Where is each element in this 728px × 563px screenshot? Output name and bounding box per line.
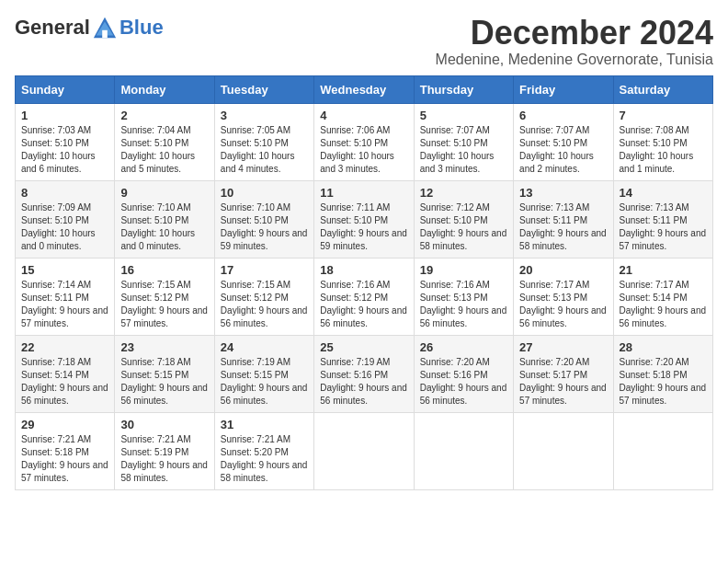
calendar-cell: 20Sunrise: 7:17 AMSunset: 5:13 PMDayligh… [514, 258, 613, 335]
cell-text: Sunrise: 7:07 AMSunset: 5:10 PMDaylight:… [519, 124, 607, 176]
logo-general: General [15, 17, 90, 38]
cell-text: Sunrise: 7:21 AMSunset: 5:20 PMDaylight:… [221, 433, 308, 485]
day-number: 6 [519, 109, 607, 122]
cell-text: Sunrise: 7:12 AMSunset: 5:10 PMDaylight:… [420, 201, 507, 253]
calendar-cell: 18Sunrise: 7:16 AMSunset: 5:12 PMDayligh… [314, 258, 414, 335]
calendar-cell: 17Sunrise: 7:15 AMSunset: 5:12 PMDayligh… [214, 258, 313, 335]
calendar-cell: 23Sunrise: 7:18 AMSunset: 5:15 PMDayligh… [115, 335, 214, 412]
day-number: 30 [120, 418, 208, 431]
month-title: December 2024 [436, 15, 713, 52]
cell-text: Sunrise: 7:14 AMSunset: 5:11 PMDaylight:… [21, 279, 108, 330]
calendar-cell: 28Sunrise: 7:20 AMSunset: 5:18 PMDayligh… [613, 335, 712, 412]
calendar-cell: 27Sunrise: 7:20 AMSunset: 5:17 PMDayligh… [514, 335, 613, 412]
cell-text: Sunrise: 7:20 AMSunset: 5:18 PMDaylight:… [620, 356, 707, 408]
cell-text: Sunrise: 7:21 AMSunset: 5:18 PMDaylight:… [21, 433, 108, 485]
day-number: 14 [620, 186, 707, 200]
calendar-cell: 6Sunrise: 7:07 AMSunset: 5:10 PMDaylight… [514, 103, 613, 180]
day-number: 24 [221, 340, 308, 354]
logo: General Blue [15, 15, 164, 40]
calendar-cell [314, 412, 414, 489]
weekday-header-row: SundayMondayTuesdayWednesdayThursdayFrid… [16, 75, 713, 103]
calendar-cell: 31Sunrise: 7:21 AMSunset: 5:20 PMDayligh… [214, 412, 313, 489]
weekday-header-wednesday: Wednesday [314, 75, 414, 103]
cell-text: Sunrise: 7:15 AMSunset: 5:12 PMDaylight:… [120, 279, 208, 330]
day-number: 7 [620, 109, 707, 122]
day-number: 8 [21, 186, 108, 200]
day-number: 25 [320, 340, 407, 354]
cell-text: Sunrise: 7:04 AMSunset: 5:10 PMDaylight:… [120, 124, 208, 176]
day-number: 13 [519, 186, 607, 200]
day-number: 9 [120, 186, 208, 200]
page-header: General Blue December 2024 Medenine, Med… [15, 15, 713, 68]
calendar-cell: 8Sunrise: 7:09 AMSunset: 5:10 PMDaylight… [16, 180, 115, 258]
calendar-cell: 13Sunrise: 7:13 AMSunset: 5:11 PMDayligh… [514, 180, 613, 258]
calendar-cell: 16Sunrise: 7:15 AMSunset: 5:12 PMDayligh… [115, 258, 214, 335]
calendar-cell: 7Sunrise: 7:08 AMSunset: 5:10 PMDaylight… [613, 103, 712, 180]
calendar-cell: 11Sunrise: 7:11 AMSunset: 5:10 PMDayligh… [314, 180, 414, 258]
day-number: 22 [21, 340, 108, 354]
logo-blue: Blue [119, 17, 164, 38]
calendar-cell: 26Sunrise: 7:20 AMSunset: 5:16 PMDayligh… [414, 335, 513, 412]
cell-text: Sunrise: 7:17 AMSunset: 5:14 PMDaylight:… [620, 279, 707, 330]
cell-text: Sunrise: 7:06 AMSunset: 5:10 PMDaylight:… [320, 124, 407, 176]
cell-text: Sunrise: 7:19 AMSunset: 5:16 PMDaylight:… [320, 356, 407, 408]
calendar-cell: 22Sunrise: 7:18 AMSunset: 5:14 PMDayligh… [16, 335, 115, 412]
day-number: 29 [21, 418, 108, 431]
cell-text: Sunrise: 7:18 AMSunset: 5:15 PMDaylight:… [120, 356, 208, 408]
day-number: 4 [320, 109, 407, 122]
calendar-cell: 19Sunrise: 7:16 AMSunset: 5:13 PMDayligh… [414, 258, 513, 335]
day-number: 2 [120, 109, 208, 122]
day-number: 18 [320, 263, 407, 277]
weekday-header-tuesday: Tuesday [214, 75, 313, 103]
day-number: 20 [519, 263, 607, 277]
cell-text: Sunrise: 7:20 AMSunset: 5:17 PMDaylight:… [519, 356, 607, 408]
day-number: 26 [420, 340, 507, 354]
calendar-cell: 10Sunrise: 7:10 AMSunset: 5:10 PMDayligh… [214, 180, 313, 258]
calendar-week-1: 1Sunrise: 7:03 AMSunset: 5:10 PMDaylight… [16, 103, 713, 180]
cell-text: Sunrise: 7:13 AMSunset: 5:11 PMDaylight:… [620, 201, 707, 253]
calendar-cell: 14Sunrise: 7:13 AMSunset: 5:11 PMDayligh… [613, 180, 712, 258]
calendar-cell: 1Sunrise: 7:03 AMSunset: 5:10 PMDaylight… [16, 103, 115, 180]
cell-text: Sunrise: 7:08 AMSunset: 5:10 PMDaylight:… [620, 124, 707, 176]
svg-rect-2 [102, 30, 108, 38]
calendar-cell: 24Sunrise: 7:19 AMSunset: 5:15 PMDayligh… [214, 335, 313, 412]
day-number: 17 [221, 263, 308, 277]
day-number: 5 [420, 109, 507, 122]
day-number: 16 [120, 263, 208, 277]
day-number: 19 [420, 263, 507, 277]
cell-text: Sunrise: 7:07 AMSunset: 5:10 PMDaylight:… [420, 124, 507, 176]
calendar-cell: 29Sunrise: 7:21 AMSunset: 5:18 PMDayligh… [16, 412, 115, 489]
cell-text: Sunrise: 7:10 AMSunset: 5:10 PMDaylight:… [120, 201, 208, 253]
calendar-week-5: 29Sunrise: 7:21 AMSunset: 5:18 PMDayligh… [16, 412, 713, 489]
calendar-cell: 15Sunrise: 7:14 AMSunset: 5:11 PMDayligh… [16, 258, 115, 335]
cell-text: Sunrise: 7:15 AMSunset: 5:12 PMDaylight:… [221, 279, 308, 330]
cell-text: Sunrise: 7:03 AMSunset: 5:10 PMDaylight:… [21, 124, 108, 176]
cell-text: Sunrise: 7:05 AMSunset: 5:10 PMDaylight:… [221, 124, 308, 176]
day-number: 3 [221, 109, 308, 122]
day-number: 28 [620, 340, 707, 354]
calendar-cell: 25Sunrise: 7:19 AMSunset: 5:16 PMDayligh… [314, 335, 414, 412]
day-number: 23 [120, 340, 208, 354]
day-number: 1 [21, 109, 108, 122]
cell-text: Sunrise: 7:09 AMSunset: 5:10 PMDaylight:… [21, 201, 108, 253]
day-number: 12 [420, 186, 507, 200]
calendar-cell [514, 412, 613, 489]
weekday-header-friday: Friday [514, 75, 613, 103]
calendar-cell: 30Sunrise: 7:21 AMSunset: 5:19 PMDayligh… [115, 412, 214, 489]
day-number: 31 [221, 418, 308, 431]
cell-text: Sunrise: 7:13 AMSunset: 5:11 PMDaylight:… [519, 201, 607, 253]
calendar-cell: 2Sunrise: 7:04 AMSunset: 5:10 PMDaylight… [115, 103, 214, 180]
cell-text: Sunrise: 7:11 AMSunset: 5:10 PMDaylight:… [320, 201, 407, 253]
day-number: 15 [21, 263, 108, 277]
calendar-cell: 5Sunrise: 7:07 AMSunset: 5:10 PMDaylight… [414, 103, 513, 180]
cell-text: Sunrise: 7:18 AMSunset: 5:14 PMDaylight:… [21, 356, 108, 408]
calendar-cell: 3Sunrise: 7:05 AMSunset: 5:10 PMDaylight… [214, 103, 313, 180]
cell-text: Sunrise: 7:16 AMSunset: 5:13 PMDaylight:… [420, 279, 507, 330]
cell-text: Sunrise: 7:16 AMSunset: 5:12 PMDaylight:… [320, 279, 407, 330]
calendar-cell: 4Sunrise: 7:06 AMSunset: 5:10 PMDaylight… [314, 103, 414, 180]
cell-text: Sunrise: 7:10 AMSunset: 5:10 PMDaylight:… [221, 201, 308, 253]
calendar-week-4: 22Sunrise: 7:18 AMSunset: 5:14 PMDayligh… [16, 335, 713, 412]
calendar-week-2: 8Sunrise: 7:09 AMSunset: 5:10 PMDaylight… [16, 180, 713, 258]
calendar-table: SundayMondayTuesdayWednesdayThursdayFrid… [15, 75, 713, 490]
title-area: December 2024 Medenine, Medenine Governo… [436, 15, 713, 68]
